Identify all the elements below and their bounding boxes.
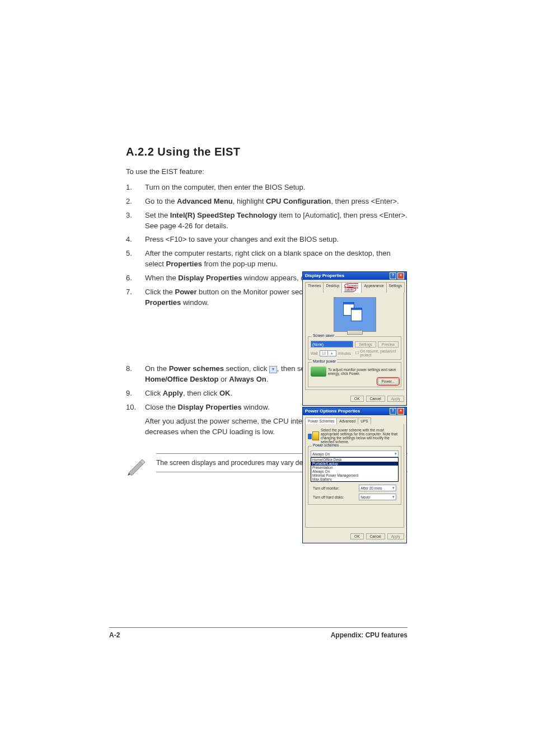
tab-power-schemes[interactable]: Power Schemes bbox=[305, 417, 337, 424]
t: , then click bbox=[183, 389, 219, 397]
apply-button[interactable]: Apply bbox=[387, 533, 404, 539]
t: minutes bbox=[338, 351, 351, 355]
t: window. bbox=[181, 298, 209, 307]
tab-appearance[interactable]: Appearance bbox=[361, 282, 386, 293]
step-text: Go to the Advanced Menu, highlight CPU C… bbox=[145, 196, 407, 207]
tabs: Power Schemes Advanced UPS bbox=[303, 415, 406, 424]
ok-button[interactable]: OK bbox=[350, 396, 363, 402]
group-title: Power schemes bbox=[312, 443, 340, 447]
highlight-circle-icon: Screen Saver bbox=[344, 283, 358, 292]
t: , then press <Enter>. bbox=[331, 197, 399, 205]
select-value: Never bbox=[360, 495, 370, 499]
list-item[interactable]: Minimal Power Management bbox=[311, 473, 398, 477]
t: Click the bbox=[145, 288, 175, 296]
intro-text: To use the EIST feature: bbox=[126, 167, 407, 176]
wait-spinner[interactable]: 10▴ bbox=[320, 350, 336, 356]
screen-saver-group: Screen saver (None) ▾ Settings Preview W… bbox=[308, 336, 401, 360]
monitor-preview-icon bbox=[334, 297, 376, 332]
display-properties-window: Display Properties ? × Themes Desktop Sc… bbox=[302, 271, 407, 406]
note-icon bbox=[126, 456, 146, 476]
select-value: Always On bbox=[312, 452, 330, 456]
settings-button[interactable]: Settings bbox=[355, 341, 376, 348]
tab-pane: Screen saver (None) ▾ Settings Preview W… bbox=[305, 293, 404, 390]
close-button[interactable]: × bbox=[397, 273, 404, 279]
t: . bbox=[230, 389, 232, 397]
help-button[interactable]: ? bbox=[390, 408, 396, 415]
energy-star-icon bbox=[311, 367, 326, 377]
step-number: 10. bbox=[126, 402, 145, 438]
select-value: (None) bbox=[312, 342, 324, 346]
help-button[interactable]: ? bbox=[390, 273, 396, 279]
list-item[interactable]: Always On bbox=[311, 469, 398, 473]
step-number: 2. bbox=[126, 196, 145, 207]
t: On the bbox=[145, 364, 169, 373]
turn-off-monitor-select[interactable]: After 20 mins▾ bbox=[359, 485, 396, 491]
step-number: 7. bbox=[126, 287, 145, 308]
step-text: Set the Intel(R) SpeedStep Technology it… bbox=[145, 210, 407, 232]
dialog-buttons: OK Cancel Apply bbox=[303, 392, 406, 405]
t: Intel(R) SpeedStep Technology bbox=[170, 211, 277, 219]
t: from the pop-up menu. bbox=[202, 260, 278, 268]
step-number: 5. bbox=[126, 248, 145, 270]
t: Home/Office Desktop bbox=[145, 375, 218, 383]
power-button[interactable]: Power... bbox=[378, 378, 399, 384]
list-item[interactable]: Max Battery bbox=[311, 477, 398, 481]
list-item[interactable]: Presentation bbox=[311, 466, 398, 469]
t: Display Properties bbox=[178, 274, 242, 282]
dropdown-arrow-icon: ▾ bbox=[269, 366, 277, 373]
power-scheme-select[interactable]: Always On ▾ bbox=[311, 450, 399, 457]
t: or bbox=[218, 375, 229, 383]
group-title: Screen saver bbox=[312, 334, 335, 337]
list-item[interactable]: Portable/Laptop bbox=[311, 462, 398, 466]
settings-table: Turn off monitor: After 20 mins▾ Turn of… bbox=[311, 483, 399, 502]
footer-title: Appendix: CPU features bbox=[331, 631, 407, 639]
spin-value: 10 bbox=[320, 351, 327, 355]
chevron-down-icon: ▾ bbox=[395, 452, 397, 456]
ok-button[interactable]: OK bbox=[350, 533, 363, 539]
group-title: Monitor power bbox=[312, 359, 337, 363]
chevron-down-icon: ▾ bbox=[349, 342, 352, 346]
t: Power bbox=[175, 288, 196, 296]
tab-settings[interactable]: Settings bbox=[386, 282, 405, 293]
cancel-button[interactable]: Cancel bbox=[366, 396, 385, 402]
titlebar: Display Properties ? × bbox=[303, 272, 406, 280]
tab-desktop[interactable]: Desktop bbox=[323, 282, 342, 293]
tabs: Themes Desktop Screen Saver Appearance S… bbox=[303, 280, 406, 293]
step-text: Press <F10> to save your changes and exi… bbox=[145, 234, 407, 245]
apply-button[interactable]: Apply bbox=[387, 396, 404, 402]
tab-pane: Select the power scheme with the most ap… bbox=[305, 424, 404, 528]
monitor-power-group: Monitor power To adjust monitor power se… bbox=[308, 362, 401, 387]
window-title: Power Options Properties bbox=[305, 407, 360, 415]
preview-button[interactable]: Preview bbox=[378, 341, 399, 348]
t: window. bbox=[242, 403, 270, 411]
step-text: After the computer restarts, right click… bbox=[145, 248, 407, 270]
close-button[interactable]: × bbox=[397, 408, 404, 415]
step-number: 3. bbox=[126, 210, 145, 232]
wait-label: Wait bbox=[311, 351, 318, 355]
t: . bbox=[266, 375, 269, 383]
chevron-down-icon: ▾ bbox=[392, 486, 395, 490]
t: CPU Configuration bbox=[266, 197, 331, 205]
tab-advanced[interactable]: Advanced bbox=[336, 417, 358, 424]
tab-themes[interactable]: Themes bbox=[305, 282, 324, 293]
t: To adjust monitor power settings and sav… bbox=[328, 368, 399, 375]
list-item[interactable]: Home/Office Desk bbox=[311, 458, 398, 462]
tab-ups[interactable]: UPS bbox=[358, 417, 371, 424]
t: Advanced Menu bbox=[177, 197, 233, 205]
turn-off-harddisks-select[interactable]: Never▾ bbox=[359, 494, 396, 500]
resume-checkbox-label: On resume, password protect bbox=[360, 349, 399, 357]
tab-screen-saver[interactable]: Screen Saver bbox=[341, 282, 362, 293]
t: Power schemes bbox=[169, 364, 224, 373]
titlebar: Power Options Properties ? × bbox=[303, 407, 406, 415]
step-number: 4. bbox=[126, 234, 145, 245]
screen-saver-select[interactable]: (None) ▾ bbox=[311, 341, 353, 348]
chevron-down-icon: ▾ bbox=[392, 495, 395, 499]
t: Close the bbox=[145, 403, 178, 411]
power-scheme-dropdown-list[interactable]: Home/Office Desk Portable/Laptop Present… bbox=[311, 457, 399, 482]
cancel-button[interactable]: Cancel bbox=[366, 533, 385, 539]
t: When the bbox=[145, 274, 178, 282]
t: OK bbox=[219, 389, 231, 397]
t: Click bbox=[145, 389, 163, 397]
power-schemes-group: Power schemes Always On ▾ Home/Office De… bbox=[308, 446, 401, 505]
t: Apply bbox=[163, 389, 183, 397]
